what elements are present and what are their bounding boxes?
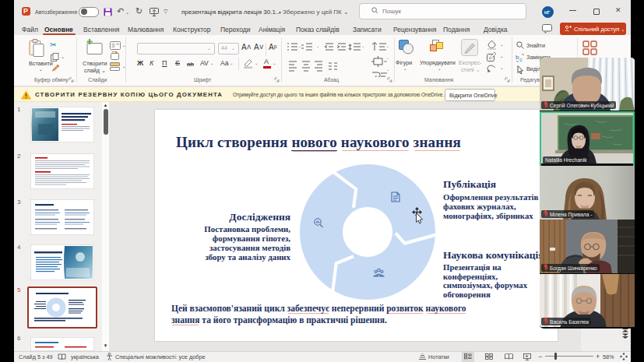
svg-text:c: c	[519, 56, 523, 62]
